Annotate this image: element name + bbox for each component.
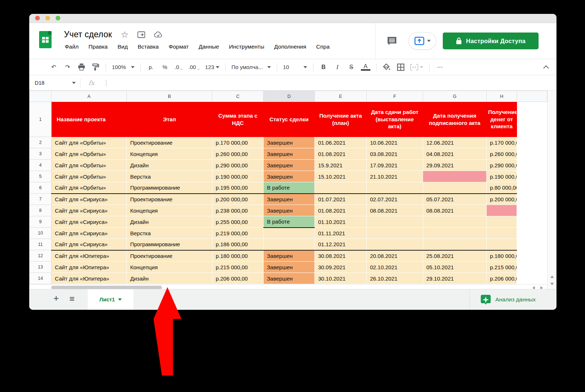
cell-H6[interactable]: р.80 000,00	[487, 182, 517, 194]
cell-B11[interactable]: Программирование	[127, 239, 212, 250]
fullscreen-window-button[interactable]	[56, 16, 60, 20]
cell-B2[interactable]: Проектирование	[127, 137, 212, 148]
table-header-cell[interactable]: Название проекта	[52, 102, 127, 137]
currency-format-button[interactable]: р.	[147, 64, 155, 70]
cell-H4[interactable]: р.290 000,00	[487, 160, 517, 171]
cell-D8[interactable]: Завершен	[264, 205, 315, 216]
cell-C2[interactable]: р.170 000,00	[212, 137, 264, 148]
merge-dropdown-caret[interactable]	[420, 66, 423, 68]
cell-B7[interactable]: Проектирование	[127, 194, 212, 205]
cell-G3[interactable]: 04.08.2021	[423, 148, 487, 160]
table-header-cell[interactable]: Получение акта (план)	[315, 102, 367, 137]
cell-B4[interactable]: Дизайн	[127, 160, 212, 171]
cell-C6[interactable]: р.195 000,00	[212, 182, 264, 194]
font-size-select[interactable]: 10	[283, 64, 307, 70]
cell-D5[interactable]: Завершен	[264, 171, 315, 182]
row-header-1[interactable]: 1	[30, 102, 52, 137]
cell-A3[interactable]: Сайт для «Орбиты»	[52, 148, 127, 160]
sheet-tab[interactable]: Лист1	[88, 289, 133, 310]
bold-button[interactable]: B	[319, 64, 328, 71]
column-header-H[interactable]: H	[487, 91, 517, 102]
cell-F9[interactable]	[367, 216, 423, 228]
scroll-down-icon[interactable]	[550, 283, 554, 285]
cell-H14[interactable]: р.206 000,00	[487, 273, 517, 284]
row-header-14[interactable]: 14	[30, 273, 52, 284]
cell-E2[interactable]: 01.06.2021	[315, 137, 367, 148]
explore-button[interactable]: Анализ данных	[481, 289, 536, 310]
redo-icon[interactable]: ↷	[63, 64, 72, 71]
menu-item-7[interactable]: Дополнения	[274, 43, 306, 50]
cell-B14[interactable]: Дизайн	[127, 273, 212, 284]
column-header-F[interactable]: F	[367, 91, 423, 102]
cell-E11[interactable]: 01.12.2021	[315, 239, 367, 250]
table-header-cell[interactable]: Получение денег от клиента	[487, 102, 517, 137]
cell-A8[interactable]: Сайт для «Сириуса»	[52, 205, 127, 216]
cell-D4[interactable]: Завершен	[264, 160, 315, 171]
print-icon[interactable]	[77, 64, 86, 71]
cell-D11[interactable]	[264, 239, 315, 250]
cell-F8[interactable]: 08.08.2021	[367, 205, 423, 216]
cell-G10[interactable]	[423, 228, 487, 239]
cell-D7[interactable]: Завершен	[264, 194, 315, 205]
formula-input[interactable]	[106, 80, 106, 86]
cell-F5[interactable]: 21.10.2021	[367, 171, 423, 182]
cell-G9[interactable]	[423, 216, 487, 228]
row-header-3[interactable]: 3	[30, 148, 52, 160]
column-header-G[interactable]: G	[423, 91, 487, 102]
cell-H10[interactable]	[487, 228, 517, 239]
cell-B10[interactable]: Верстка	[127, 228, 212, 239]
column-header-C[interactable]: C	[212, 91, 264, 102]
menu-item-8[interactable]: Спра	[316, 43, 330, 50]
cell-E12[interactable]: 30.08.2021	[315, 250, 367, 262]
strikethrough-button[interactable]: S	[347, 64, 356, 71]
row-header-12[interactable]: 12	[30, 250, 52, 262]
increase-decimal-button[interactable]: .00→	[188, 64, 200, 70]
cell-D3[interactable]: Завершен	[264, 148, 315, 160]
decrease-decimal-button[interactable]: .0←	[174, 64, 183, 70]
cell-D12[interactable]: Завершен	[264, 250, 315, 262]
undo-icon[interactable]: ↶	[49, 64, 58, 71]
menu-item-1[interactable]: Правка	[88, 43, 107, 50]
cell-D10[interactable]	[264, 228, 315, 239]
more-toolbar-icon[interactable]: ⋯	[435, 64, 444, 71]
menu-item-0[interactable]: Файл	[65, 43, 79, 50]
text-color-button[interactable]: A	[361, 64, 370, 71]
cell-F11[interactable]	[367, 239, 423, 250]
cell-G6[interactable]	[423, 182, 487, 194]
cell-G11[interactable]	[423, 239, 487, 250]
cell-G12[interactable]: 25.08.2021	[423, 250, 487, 262]
cell-B5[interactable]: Верстка	[127, 171, 212, 182]
sheet-tab-caret[interactable]	[118, 298, 122, 301]
row-header-7[interactable]: 7	[30, 194, 52, 205]
cell-B9[interactable]: Дизайн	[127, 216, 212, 228]
star-icon[interactable]: ☆	[121, 30, 129, 39]
italic-button[interactable]: I	[333, 64, 342, 71]
row-header-13[interactable]: 13	[30, 262, 52, 273]
cloud-saved-icon[interactable]	[154, 31, 163, 38]
cell-D2[interactable]: Завершен	[264, 137, 315, 148]
name-box-caret[interactable]	[72, 82, 76, 84]
cell-H13[interactable]: р.215 000,00	[487, 262, 517, 273]
cell-G13[interactable]: 05.10.2021	[423, 262, 487, 273]
table-header-cell[interactable]: Дата сдачи работ (выставление акта)	[367, 102, 423, 137]
cell-C3[interactable]: р.260 000,00	[212, 148, 264, 160]
cell-F14[interactable]: 26.10.2021	[367, 273, 423, 284]
cell-C4[interactable]: р.290 000,00	[212, 160, 264, 171]
cell-E8[interactable]: 01.08.2021	[315, 205, 367, 216]
cell-A5[interactable]: Сайт для «Орбиты»	[52, 171, 127, 182]
document-title[interactable]: Учет сделок	[64, 30, 112, 39]
cell-C9[interactable]: р.255 000,00	[212, 216, 264, 228]
cell-E14[interactable]: 30.10.2021	[315, 273, 367, 284]
cell-E10[interactable]: 01.11.2021	[315, 228, 367, 239]
cell-G7[interactable]: 05.07.2021	[423, 194, 487, 205]
collapse-toolbar-icon[interactable]	[544, 65, 548, 69]
cell-A4[interactable]: Сайт для «Орбиты»	[52, 160, 127, 171]
all-sheets-icon[interactable]: ≡	[69, 294, 75, 303]
cell-A7[interactable]: Сайт для «Сириуса»	[52, 194, 127, 205]
cell-B8[interactable]: Концепция	[127, 205, 212, 216]
menu-item-2[interactable]: Вид	[117, 43, 128, 50]
cell-C10[interactable]: р.219 000,00	[212, 228, 264, 239]
column-header-E[interactable]: E	[315, 91, 367, 102]
cell-D14[interactable]: Завершен	[264, 273, 315, 284]
column-header-B[interactable]: B	[127, 91, 212, 102]
